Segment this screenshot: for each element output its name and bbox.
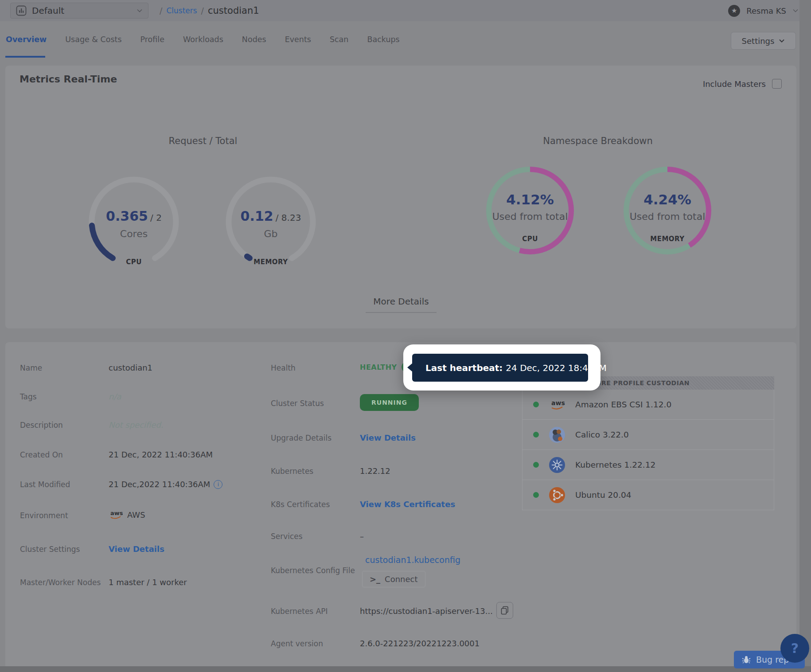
project-selector[interactable]: Default	[10, 3, 148, 19]
include-masters-control: Include Masters	[703, 79, 782, 89]
cpu-used-caption: Used from total	[483, 211, 577, 222]
chevron-down-icon	[779, 38, 785, 44]
created-on-value: 21 Dec, 2022 11:40:36AM	[109, 450, 213, 459]
k8s-certificates-label: K8s Certificates	[271, 500, 330, 509]
scrollbar-track[interactable]	[799, 0, 811, 672]
k8s-certificates-link[interactable]: View K8s Certificates	[360, 500, 455, 509]
cluster-overview-page: Default / Clusters / custodian1 ★ Resma …	[0, 0, 811, 672]
tab-scan[interactable]: Scan	[330, 35, 349, 44]
active-tab-underline	[5, 56, 45, 58]
cluster-settings-link[interactable]: View Details	[109, 544, 164, 554]
description-label: Description	[20, 421, 63, 430]
calico-icon	[549, 426, 565, 443]
kubeconfig-link[interactable]: custodian1.kubeconfig	[365, 555, 460, 565]
cpu-donut-label: CPU	[483, 235, 577, 243]
include-masters-label: Include Masters	[703, 79, 766, 89]
memory-used-pct: 4.24%	[621, 191, 714, 207]
services-label: Services	[271, 532, 303, 541]
namespace-memory-donut: 4.24% Used from total MEMORY	[621, 164, 714, 257]
cluster-details-panel: Name custodian1 Tags n/a Description Not…	[5, 342, 796, 672]
kubernetes-api-label: Kubernetes API	[271, 607, 328, 616]
tags-value: n/a	[109, 392, 121, 401]
tags-label: Tags	[20, 392, 37, 401]
metrics-title: Metrics Real-Time	[19, 74, 117, 85]
cpu-unit: Cores	[85, 228, 183, 239]
bug-icon	[742, 655, 751, 664]
aws-icon: aws	[109, 509, 123, 520]
cpu-used-pct: 4.12%	[483, 191, 577, 207]
chevron-down-icon	[136, 8, 143, 14]
tab-nodes[interactable]: Nodes	[242, 35, 266, 44]
master-worker-nodes-label: Master/Worker Nodes	[20, 578, 101, 587]
user-menu[interactable]: ★ Resma KS	[728, 0, 799, 21]
user-avatar-star-icon: ★	[728, 5, 740, 17]
breadcrumb: / Clusters / custodian1	[160, 0, 259, 21]
last-modified-label: Last Modified	[20, 480, 70, 489]
donut-ring	[621, 164, 714, 257]
infra-item-kubernetes[interactable]: Kubernetes 1.22.12	[522, 450, 774, 480]
kubeconfig-label: Kubernetes Config File	[271, 566, 355, 575]
memory-request-value: 0.12	[241, 208, 273, 224]
cluster-settings-label: Cluster Settings	[20, 545, 80, 554]
master-worker-nodes-value: 1 master / 1 worker	[109, 578, 187, 587]
bar-chart-icon	[16, 5, 27, 16]
last-modified-value: 21 Dec,2022 11:40:36AMi	[109, 480, 222, 489]
created-on-label: Created On	[20, 450, 63, 459]
agent-version-label: Agent version	[271, 639, 323, 648]
user-name: Resma KS	[746, 6, 786, 16]
tooltip-bold-text: Last heartbeat:	[425, 363, 503, 373]
breadcrumb-separator: /	[160, 6, 162, 16]
kubernetes-api-value: https://custodian1-apiserver-13...	[360, 606, 493, 616]
namespace-cpu-donut: 4.12% Used from total CPU	[483, 164, 577, 257]
upgrade-details-link[interactable]: View Details	[360, 433, 416, 442]
include-masters-checkbox[interactable]	[772, 79, 782, 89]
name-label: Name	[20, 363, 42, 372]
status-dot-icon	[533, 492, 539, 498]
upgrade-details-label: Upgrade Details	[271, 434, 331, 442]
copy-button[interactable]	[496, 602, 513, 619]
agent-version-value: 2.6.0-221223/20221223.0001	[360, 639, 480, 648]
kubernetes-icon	[549, 457, 565, 473]
terminal-icon: >_	[370, 574, 380, 584]
svg-text:aws: aws	[110, 510, 123, 516]
svg-text:aws: aws	[551, 399, 565, 406]
help-button[interactable]: ?	[780, 634, 809, 663]
info-icon[interactable]: i	[214, 480, 222, 489]
memory-used-caption: Used from total	[621, 211, 714, 222]
tab-workloads[interactable]: Workloads	[183, 35, 223, 44]
question-mark-icon: ?	[791, 641, 799, 656]
settings-label: Settings	[742, 36, 775, 46]
breadcrumb-current: custodian1	[208, 5, 259, 16]
memory-gauge-label: MEMORY	[222, 258, 320, 266]
memory-donut-label: MEMORY	[621, 235, 714, 243]
metrics-realtime-panel: Metrics Real-Time Include Masters Reques…	[5, 66, 796, 328]
infra-item-amazon-ebs-csi[interactable]: aws Amazon EBS CSI 1.12.0	[522, 390, 774, 420]
memory-total-value: / 8.23	[276, 212, 301, 223]
settings-button[interactable]: Settings	[731, 32, 796, 50]
tab-usage-costs[interactable]: Usage & Costs	[65, 35, 121, 44]
tooltip-text: 24 Dec, 2022 18:46PM	[506, 363, 606, 373]
tab-backups[interactable]: Backups	[367, 35, 399, 44]
more-details-button[interactable]: More Details	[366, 296, 437, 313]
cpu-total-value: / 2	[150, 212, 162, 223]
donut-ring	[483, 164, 577, 257]
aws-icon: aws	[549, 396, 565, 413]
kubernetes-version-value: 1.22.12	[360, 466, 390, 476]
description-value: Not specified.	[109, 420, 164, 430]
tab-profile[interactable]: Profile	[140, 35, 164, 44]
last-heartbeat-tooltip: Last heartbeat: 24 Dec, 2022 18:46PM	[412, 354, 588, 382]
kubernetes-version-label: Kubernetes	[271, 467, 313, 476]
request-total-title: Request / Total	[169, 136, 238, 146]
status-dot-icon	[533, 462, 539, 468]
status-dot-icon	[533, 402, 539, 407]
breadcrumb-clusters-link[interactable]: Clusters	[166, 6, 197, 15]
cluster-status-badge: RUNNING	[360, 394, 419, 411]
cpu-gauge-label: CPU	[85, 258, 183, 266]
connect-button[interactable]: >_Connect	[362, 571, 425, 587]
tab-overview[interactable]: Overview	[6, 35, 47, 44]
infra-item-calico[interactable]: Calico 3.22.0	[522, 420, 774, 450]
tab-events[interactable]: Events	[285, 35, 311, 44]
infra-item-ubuntu[interactable]: Ubuntu 20.04	[522, 480, 774, 510]
name-value: custodian1	[109, 363, 152, 372]
health-label: Health	[271, 363, 296, 372]
